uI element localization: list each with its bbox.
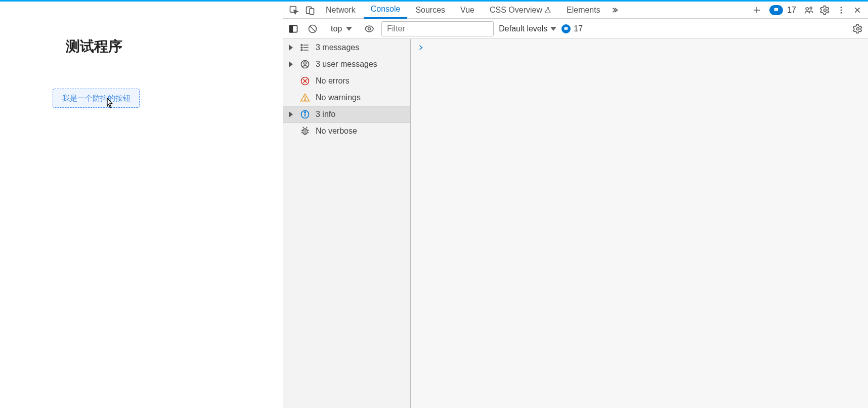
svg-point-20	[305, 99, 306, 100]
devtools-tabstrip: Network Console Sources Vue CSS Overview…	[283, 2, 868, 19]
page-viewport: 测试程序 我是一个防抖的按钮	[0, 2, 283, 408]
expander-icon	[289, 111, 293, 117]
info-icon	[299, 109, 311, 119]
svg-rect-10	[290, 25, 293, 32]
tab-elements[interactable]: Elements	[559, 2, 607, 19]
devtools-panel: Network Console Sources Vue CSS Overview…	[283, 2, 868, 408]
issues-badge[interactable]: 17	[769, 5, 796, 15]
toolbar-issues-badge[interactable]: 17	[561, 24, 583, 33]
sidebar-row-errors[interactable]: No errors	[283, 72, 410, 89]
svg-point-4	[810, 7, 812, 9]
context-selector[interactable]: top	[325, 21, 357, 36]
svg-point-13	[857, 27, 859, 30]
sidebar-row-warnings[interactable]: No warnings	[283, 89, 410, 106]
svg-point-3	[806, 8, 808, 10]
tab-network[interactable]: Network	[319, 2, 363, 19]
svg-point-16	[301, 49, 302, 51]
svg-point-12	[368, 27, 371, 30]
sidebar-messages-label: 3 messages	[316, 43, 359, 52]
page-title: 测试程序	[66, 37, 122, 56]
kebab-menu-icon[interactable]	[834, 3, 849, 18]
expander-icon	[289, 61, 293, 67]
svg-point-6	[841, 7, 842, 8]
flask-icon	[544, 7, 551, 14]
console-body: 3 messages 3 user messages No errors	[283, 39, 868, 408]
svg-point-14	[301, 44, 302, 46]
console-sidebar: 3 messages 3 user messages No errors	[283, 39, 411, 408]
tab-console[interactable]: Console	[364, 2, 408, 19]
console-toolbar: top Default levels 17	[283, 19, 868, 39]
chevron-down-icon	[550, 27, 556, 31]
user-icon	[299, 59, 311, 69]
toggle-sidebar-icon[interactable]	[286, 22, 300, 36]
svg-point-8	[841, 12, 842, 13]
console-settings-icon[interactable]	[851, 22, 865, 36]
bug-icon	[299, 126, 311, 136]
issues-count: 17	[787, 6, 796, 15]
live-expression-icon[interactable]	[362, 22, 376, 36]
sidebar-info-label: 3 info	[316, 110, 335, 119]
svg-point-7	[841, 9, 842, 11]
feedback-icon[interactable]	[801, 3, 816, 18]
toolbar-issues-count: 17	[574, 24, 583, 33]
more-tabs-icon[interactable]	[609, 3, 624, 18]
chevron-down-icon	[346, 27, 352, 31]
sidebar-row-user-messages[interactable]: 3 user messages	[283, 56, 410, 72]
sidebar-errors-label: No errors	[316, 76, 350, 86]
debounce-button[interactable]: 我是一个防抖的按钮	[53, 89, 140, 108]
sidebar-user-messages-label: 3 user messages	[316, 60, 377, 69]
filter-input[interactable]	[381, 21, 494, 36]
list-icon	[299, 43, 311, 53]
log-levels-selector[interactable]: Default levels	[499, 24, 556, 33]
console-output-area[interactable]	[411, 39, 868, 408]
sidebar-row-info[interactable]: 3 info	[283, 106, 410, 123]
add-tab-icon[interactable]	[749, 3, 764, 18]
expander-icon	[289, 45, 293, 51]
tab-css-overview[interactable]: CSS Overview	[483, 2, 558, 19]
svg-rect-2	[310, 8, 314, 14]
log-levels-label: Default levels	[499, 24, 547, 33]
error-icon	[299, 76, 311, 86]
close-devtools-icon[interactable]	[850, 3, 865, 18]
settings-icon[interactable]	[817, 3, 833, 18]
sidebar-row-verbose[interactable]: No verbose	[283, 123, 410, 139]
svg-point-5	[824, 9, 827, 11]
tab-css-overview-label: CSS Overview	[490, 6, 542, 15]
tab-sources[interactable]: Sources	[408, 2, 452, 19]
sidebar-warnings-label: No warnings	[316, 93, 361, 102]
clear-console-icon[interactable]	[306, 22, 320, 36]
device-toolbar-icon[interactable]	[302, 3, 318, 18]
svg-point-22	[305, 111, 306, 112]
svg-point-18	[304, 62, 307, 64]
svg-point-15	[301, 47, 302, 48]
context-selector-label: top	[331, 24, 342, 33]
console-prompt-icon	[418, 44, 424, 51]
sidebar-verbose-label: No verbose	[316, 127, 357, 136]
sidebar-row-messages[interactable]: 3 messages	[283, 39, 410, 56]
inspect-element-icon[interactable]	[286, 3, 301, 18]
warning-icon	[299, 93, 311, 103]
tab-vue[interactable]: Vue	[453, 2, 482, 19]
